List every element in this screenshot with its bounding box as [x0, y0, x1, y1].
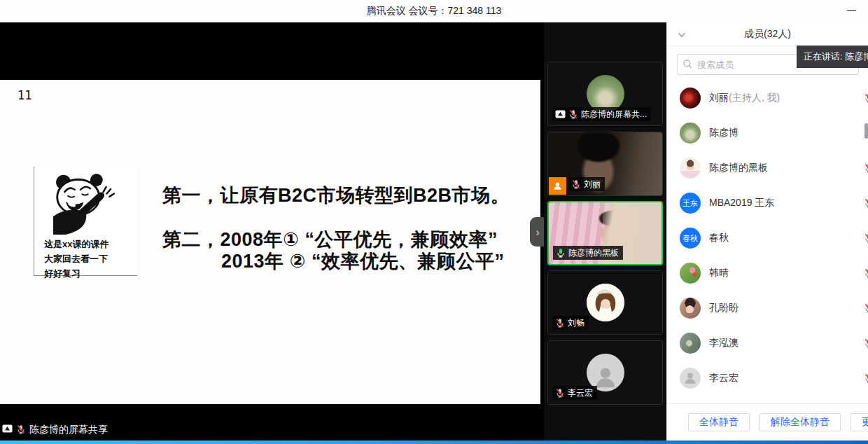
- chevron-down-icon: [678, 32, 686, 38]
- video-tile[interactable]: 刘畅: [547, 270, 663, 335]
- video-strip-collapse-handle[interactable]: ›: [530, 217, 545, 247]
- search-icon: [682, 59, 693, 69]
- avatar: [680, 333, 701, 354]
- minimize-icon: [847, 10, 856, 11]
- slide-page-number: 11: [18, 88, 31, 102]
- muted-mic-icon: [864, 303, 868, 313]
- screen-share-banner-label: 陈彦博的屏幕共享: [29, 424, 108, 436]
- slide-text-line-1: 第一，让原有B2C市场转型到B2B市场。: [162, 183, 510, 208]
- member-row[interactable]: 李云宏: [667, 361, 868, 396]
- scrollbar-thumb[interactable]: [864, 123, 868, 139]
- member-name: 陈彦博: [709, 127, 738, 139]
- participant-name: 陈彦博的黑板: [568, 247, 619, 259]
- muted-mic-icon: [864, 93, 868, 103]
- members-panel-title: 成员(32人): [744, 28, 791, 41]
- participant-name: 刘畅: [568, 317, 584, 329]
- participant-name: 李云宏: [568, 387, 593, 399]
- participant-name: 陈彦博的屏幕共...: [581, 109, 647, 120]
- panel-collapse-button[interactable]: [676, 29, 688, 41]
- presentation-slide: 11 这是xx课的课件 大家回去看一下: [0, 80, 540, 404]
- avatar: [680, 263, 701, 284]
- avatar: [680, 123, 701, 144]
- muted-mic-icon: [16, 424, 26, 436]
- member-name: MBA2019 王东: [709, 197, 774, 209]
- member-name: 李云宏: [709, 372, 738, 384]
- panda-meme-image: 这是xx课的课件 大家回去看一下 好好复习: [34, 167, 137, 276]
- avatar: [680, 158, 701, 179]
- member-role-suffix: (主持人, 我): [729, 92, 780, 103]
- screen-share-icon: [2, 424, 13, 436]
- muted-mic-icon: [555, 318, 565, 328]
- member-name: 孔盼盼: [709, 302, 738, 314]
- tile-name-label: 李云宏: [552, 386, 597, 400]
- member-list: 刘丽(主持人, 我)陈彦博陈彦博的黑板王东MBA2019 王东春秋春秋韩晴孔盼盼…: [667, 81, 868, 403]
- member-row[interactable]: 李泓澳: [667, 326, 868, 361]
- members-panel-footer: 全体静音 解除全体静音 更多: [667, 403, 868, 440]
- member-row[interactable]: 孔盼盼: [667, 291, 868, 326]
- window-bottom-edge: [0, 440, 868, 444]
- avatar: [680, 88, 701, 109]
- tile-name-label: 陈彦博的屏幕共...: [552, 107, 651, 121]
- member-name: 春秋: [709, 232, 729, 244]
- member-row[interactable]: 王东MBA2019 王东: [667, 186, 868, 221]
- avatar: 王东: [680, 193, 701, 214]
- mute-all-button[interactable]: 全体静音: [688, 413, 750, 431]
- participant-name: 刘丽: [584, 179, 601, 190]
- meeting-title: 腾讯会议 会议号：721 348 113: [367, 5, 502, 18]
- muted-mic-icon: [864, 198, 868, 208]
- member-row[interactable]: 陈彦博: [667, 116, 868, 151]
- slide-text-line-3: 2013年 ② “效率优先、兼顾公平”: [221, 249, 504, 274]
- more-button[interactable]: 更多: [850, 413, 868, 431]
- tile-name-label: 陈彦博的黑板: [553, 246, 623, 260]
- screen-share-banner: 陈彦博的屏幕共享: [2, 422, 108, 438]
- muted-mic-icon: [568, 109, 578, 119]
- member-name: 韩晴: [709, 267, 729, 279]
- video-tile[interactable]: 陈彦博的黑板: [547, 201, 663, 265]
- avatar: 春秋: [680, 228, 701, 249]
- member-name: 刘丽(主持人, 我): [709, 92, 780, 104]
- avatar: [587, 284, 624, 321]
- chevron-right-icon: ›: [536, 226, 540, 238]
- video-strip: 陈彦博的屏幕共...刘丽陈彦博的黑板刘畅李云宏: [544, 22, 666, 440]
- meme-caption-line: 这是xx课的课件: [44, 237, 108, 251]
- muted-mic-icon: [864, 268, 868, 278]
- active-mic-icon: [556, 248, 566, 258]
- video-tile[interactable]: 刘丽: [547, 132, 663, 196]
- members-panel-header: 成员(32人): [667, 22, 868, 46]
- tile-name-label: 刘畅: [552, 316, 589, 330]
- host-badge-icon: [549, 177, 566, 195]
- muted-mic-icon: [571, 179, 581, 189]
- member-row[interactable]: 韩晴: [667, 256, 868, 291]
- muted-mic-icon: [864, 233, 868, 243]
- meme-caption-line: 好好复习: [44, 266, 108, 281]
- member-name: 陈彦博的黑板: [709, 162, 768, 174]
- meme-caption-line: 大家回去看一下: [44, 251, 108, 266]
- avatar: [680, 298, 701, 319]
- muted-mic-icon: [555, 388, 565, 398]
- tencent-meeting-window: 腾讯会议 会议号：721 348 113 11: [0, 0, 868, 444]
- window-titlebar: 腾讯会议 会议号：721 348 113: [0, 0, 868, 22]
- shared-screen-area: 11 这是xx课的课件 大家回去看一下: [0, 22, 544, 440]
- tile-name-label: 刘丽: [568, 177, 605, 191]
- unmute-all-button[interactable]: 解除全体静音: [760, 413, 841, 431]
- speaking-now-tooltip: 正在讲话: 陈彦博: [797, 46, 868, 68]
- member-row[interactable]: 春秋春秋: [667, 221, 868, 256]
- video-tile[interactable]: 李云宏: [547, 340, 663, 405]
- muted-mic-icon: [864, 163, 868, 173]
- minimize-button[interactable]: [844, 4, 858, 17]
- members-panel: 成员(32人) 正在讲话: 陈彦博 刘丽(主持人, 我)陈彦博陈彦博的黑板王东M…: [666, 22, 868, 440]
- muted-mic-icon: [864, 338, 868, 348]
- member-row[interactable]: 刘丽(主持人, 我): [667, 81, 868, 116]
- muted-mic-icon: [864, 373, 868, 383]
- member-row[interactable]: 陈彦博的黑板: [667, 151, 868, 186]
- member-name: 李泓澳: [709, 337, 738, 349]
- avatar: [680, 368, 701, 389]
- panda-meme-drawing: [44, 172, 130, 237]
- meme-caption: 这是xx课的课件 大家回去看一下 好好复习: [44, 237, 108, 281]
- screen-share-icon: [555, 110, 566, 119]
- video-tile[interactable]: 陈彦博的屏幕共...: [547, 62, 663, 126]
